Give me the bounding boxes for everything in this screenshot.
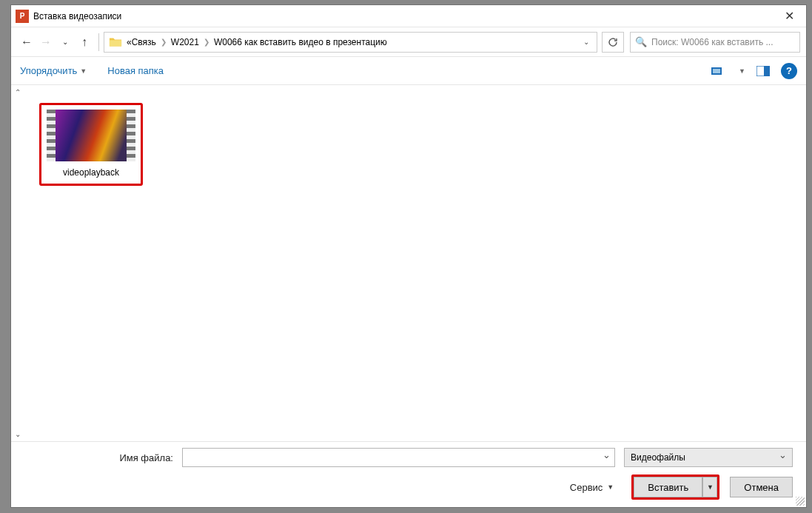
organize-button[interactable]: Упорядочить ▼ bbox=[20, 65, 87, 76]
filename-input[interactable] bbox=[182, 448, 615, 467]
chevron-down-icon: ▼ bbox=[80, 67, 87, 75]
view-dropdown[interactable]: ▼ bbox=[739, 67, 745, 75]
search-icon: 🔍 bbox=[635, 36, 647, 47]
forward-button[interactable]: → bbox=[36, 33, 56, 52]
recent-dropdown[interactable]: ⌄ bbox=[56, 33, 75, 52]
organize-label: Упорядочить bbox=[20, 65, 77, 76]
chevron-down-icon: ▼ bbox=[707, 483, 714, 491]
close-button[interactable]: ✕ bbox=[773, 5, 806, 27]
cancel-button[interactable]: Отмена bbox=[730, 477, 793, 497]
svg-rect-3 bbox=[764, 66, 770, 76]
scroll-gutter[interactable]: ⌃ ⌄ bbox=[11, 85, 24, 441]
search-input[interactable] bbox=[651, 37, 795, 47]
filetype-select[interactable]: Видеофайлы bbox=[624, 448, 793, 467]
view-mode-button[interactable] bbox=[708, 62, 728, 80]
crumb-prefix: « bbox=[127, 37, 132, 47]
svg-rect-1 bbox=[713, 69, 720, 73]
nav-bar: ← → ⌄ ↑ « Связь ❯ W2021 ❯ W0066 как вста… bbox=[11, 27, 806, 57]
resize-grip[interactable] bbox=[796, 497, 805, 506]
insert-dropdown[interactable]: ▼ bbox=[702, 477, 717, 497]
title-bar: P Вставка видеозаписи ✕ bbox=[11, 5, 806, 27]
up-button[interactable]: ↑ bbox=[75, 33, 94, 52]
video-thumbnail bbox=[47, 110, 135, 161]
file-list[interactable]: videoplayback bbox=[24, 85, 806, 441]
file-dialog: P Вставка видеозаписи ✕ ← → ⌄ ↑ « Связь … bbox=[10, 4, 807, 508]
insert-label: Вставить bbox=[648, 482, 688, 493]
insert-split-button: Вставить ▼ bbox=[631, 475, 719, 500]
new-folder-label: Новая папка bbox=[107, 65, 164, 76]
insert-button[interactable]: Вставить bbox=[634, 477, 702, 497]
file-item-videoplayback[interactable]: videoplayback bbox=[39, 103, 143, 186]
preview-pane-button[interactable] bbox=[753, 62, 774, 80]
scroll-down-icon[interactable]: ⌄ bbox=[15, 430, 21, 438]
cancel-label: Отмена bbox=[744, 482, 779, 493]
chevron-right-icon[interactable]: ❯ bbox=[161, 38, 167, 46]
separator bbox=[98, 33, 99, 51]
powerpoint-icon: P bbox=[16, 10, 29, 23]
refresh-button[interactable] bbox=[602, 32, 624, 53]
dialog-title: Вставка видеозаписи bbox=[33, 11, 121, 21]
back-button[interactable]: ← bbox=[17, 33, 36, 52]
crumb-2[interactable]: W0066 как вставить видео в презентацию bbox=[214, 37, 387, 47]
address-dropdown[interactable]: ⌄ bbox=[579, 38, 594, 46]
filetype-value: Видеофайлы bbox=[631, 452, 685, 463]
chevron-right-icon[interactable]: ❯ bbox=[204, 38, 209, 46]
crumb-0[interactable]: Связь bbox=[132, 37, 156, 47]
address-bar[interactable]: « Связь ❯ W2021 ❯ W0066 как вставить вид… bbox=[104, 32, 597, 53]
chevron-down-icon: ▼ bbox=[607, 483, 614, 491]
tools-label: Сервис bbox=[570, 482, 603, 493]
toolbar: Упорядочить ▼ Новая папка ▼ ? bbox=[11, 57, 806, 85]
file-area: ⌃ ⌄ videoplayback bbox=[11, 85, 806, 441]
new-folder-button[interactable]: Новая папка bbox=[107, 65, 164, 76]
crumb-1[interactable]: W2021 bbox=[171, 37, 199, 47]
footer: Имя файла: Видеофайлы Сервис ▼ Вставить … bbox=[11, 441, 806, 507]
help-button[interactable]: ? bbox=[781, 63, 797, 79]
tools-button[interactable]: Сервис ▼ bbox=[570, 482, 614, 493]
scroll-up-icon[interactable]: ⌃ bbox=[15, 88, 21, 96]
filename-label: Имя файла: bbox=[119, 452, 173, 463]
folder-icon bbox=[109, 36, 122, 48]
search-box[interactable]: 🔍 bbox=[630, 32, 800, 53]
file-name: videoplayback bbox=[63, 167, 119, 178]
